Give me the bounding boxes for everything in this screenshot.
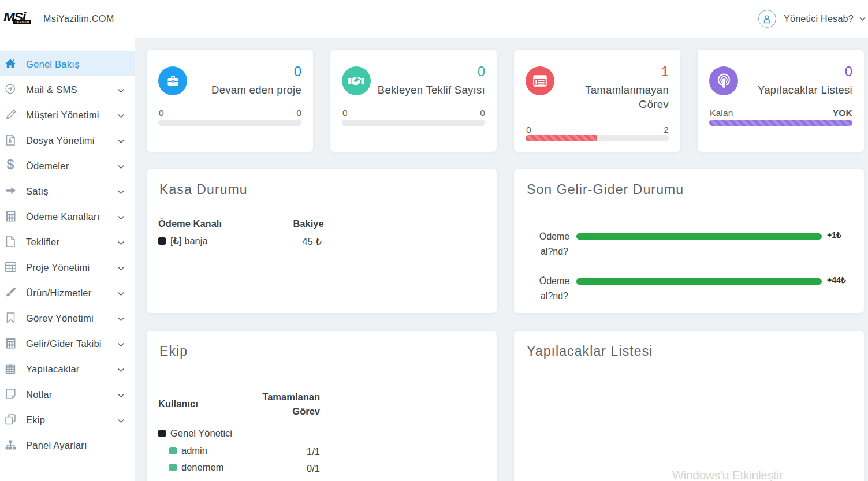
- svg-text:$: $: [7, 159, 14, 171]
